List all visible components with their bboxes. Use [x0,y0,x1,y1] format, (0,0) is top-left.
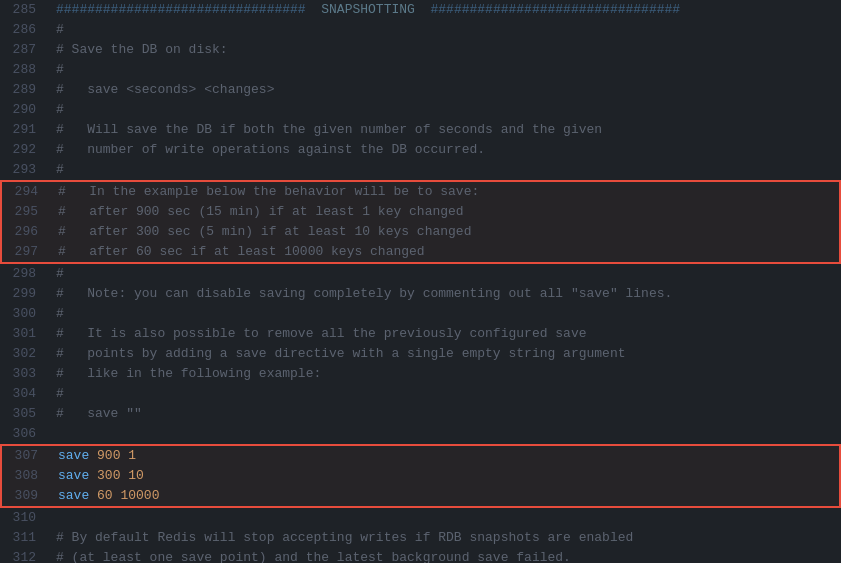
line-number: 291 [0,120,48,140]
code-line: 294# In the example below the behavior w… [0,180,841,202]
code-line: 293# [0,160,841,180]
code-line: 310 [0,508,841,528]
line-content: # (at least one save point) and the late… [48,548,841,563]
code-line: 301# It is also possible to remove all t… [0,324,841,344]
line-content: # [48,160,841,180]
line-content: # [48,100,841,120]
line-content: # [48,60,841,80]
line-content: # [48,304,841,324]
code-editor: 285################################ SNAP… [0,0,841,563]
line-content: # [48,20,841,40]
line-number: 292 [0,140,48,160]
line-content: # like in the following example: [48,364,841,384]
line-number: 298 [0,264,48,284]
line-number: 301 [0,324,48,344]
code-line: 287# Save the DB on disk: [0,40,841,60]
line-content: # save "" [48,404,841,424]
line-number: 297 [2,242,50,262]
code-line: 286# [0,20,841,40]
code-line: 305# save "" [0,404,841,424]
line-number: 296 [2,222,50,242]
line-content: # after 300 sec (5 min) if at least 10 k… [50,222,839,242]
code-line: 291# Will save the DB if both the given … [0,120,841,140]
line-number: 311 [0,528,48,548]
code-line: 292# number of write operations against … [0,140,841,160]
line-number: 286 [0,20,48,40]
line-content: save 60 10000 [50,486,839,506]
line-number: 306 [0,424,48,444]
code-line: 290# [0,100,841,120]
line-number: 303 [0,364,48,384]
line-number: 299 [0,284,48,304]
code-line: 302# points by adding a save directive w… [0,344,841,364]
code-line: 309save 60 10000 [0,486,841,508]
line-content: # save <seconds> <changes> [48,80,841,100]
line-content: save 900 1 [50,446,839,466]
line-content: # In the example below the behavior will… [50,182,839,202]
line-content: save 300 10 [50,466,839,486]
line-number: 293 [0,160,48,180]
line-content: # after 60 sec if at least 10000 keys ch… [50,242,839,262]
code-line: 296# after 300 sec (5 min) if at least 1… [0,222,841,242]
line-number: 307 [2,446,50,466]
line-content: # number of write operations against the… [48,140,841,160]
line-content: # [48,384,841,404]
code-line: 306 [0,424,841,444]
line-number: 294 [2,182,50,202]
line-number: 285 [0,0,48,20]
line-number: 300 [0,304,48,324]
line-content: # By default Redis will stop accepting w… [48,528,841,548]
line-number: 310 [0,508,48,528]
line-content: # Note: you can disable saving completel… [48,284,841,304]
code-line: 311# By default Redis will stop acceptin… [0,528,841,548]
line-content: # It is also possible to remove all the … [48,324,841,344]
code-content: 285################################ SNAP… [0,0,841,563]
line-content: # after 900 sec (15 min) if at least 1 k… [50,202,839,222]
code-line: 308save 300 10 [0,466,841,486]
line-content: # Will save the DB if both the given num… [48,120,841,140]
code-line: 303# like in the following example: [0,364,841,384]
code-line: 312# (at least one save point) and the l… [0,548,841,563]
line-number: 302 [0,344,48,364]
line-number: 309 [2,486,50,506]
line-number: 305 [0,404,48,424]
code-line: 285################################ SNAP… [0,0,841,20]
line-number: 304 [0,384,48,404]
line-number: 295 [2,202,50,222]
code-line: 307save 900 1 [0,444,841,466]
code-line: 299# Note: you can disable saving comple… [0,284,841,304]
code-line: 289# save <seconds> <changes> [0,80,841,100]
line-content: ################################ SNAPSHO… [48,0,841,20]
code-line: 288# [0,60,841,80]
line-number: 288 [0,60,48,80]
line-number: 312 [0,548,48,563]
code-line: 300# [0,304,841,324]
line-content: # points by adding a save directive with… [48,344,841,364]
line-number: 289 [0,80,48,100]
line-number: 290 [0,100,48,120]
line-number: 308 [2,466,50,486]
code-line: 304# [0,384,841,404]
line-number: 287 [0,40,48,60]
code-line: 297# after 60 sec if at least 10000 keys… [0,242,841,264]
code-line: 298# [0,264,841,284]
code-line: 295# after 900 sec (15 min) if at least … [0,202,841,222]
line-content: # [48,264,841,284]
line-content: # Save the DB on disk: [48,40,841,60]
